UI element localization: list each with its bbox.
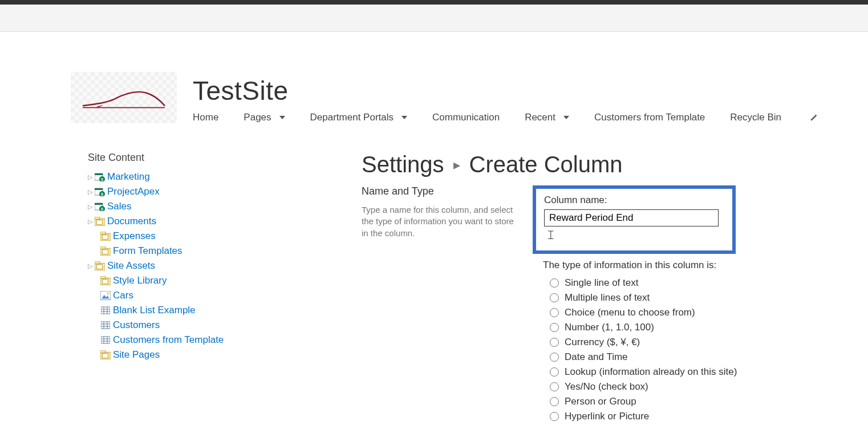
section-title: Name and Type — [362, 185, 521, 197]
piclib-icon — [100, 291, 111, 300]
page-title: Create Column — [469, 152, 623, 177]
tree-item-link[interactable]: Marketing — [107, 171, 150, 183]
column-type-radio[interactable] — [550, 353, 559, 362]
svg-rect-26 — [102, 280, 108, 284]
tree-item-link[interactable]: Documents — [107, 216, 156, 227]
svg-rect-22 — [95, 261, 100, 264]
svg-rect-19 — [100, 246, 106, 249]
column-type-option: Single line of text — [550, 276, 845, 290]
left-nav-heading: Site Content — [88, 152, 327, 164]
svg-rect-13 — [95, 217, 100, 220]
column-type-label-text[interactable]: Date and Time — [565, 351, 628, 363]
edit-nav-button[interactable] — [806, 114, 818, 122]
page-heading: Settings ▸ Create Column — [362, 152, 845, 177]
tree-item: Site Pages — [94, 347, 327, 362]
car-logo-icon — [78, 83, 169, 112]
tree-item: Customers from Template — [94, 333, 327, 347]
column-type-label-text[interactable]: Choice (menu to choose from) — [565, 307, 695, 318]
expand-caret-icon[interactable]: ▷ — [88, 218, 94, 225]
column-name-input[interactable] — [544, 209, 719, 226]
column-type-label-text[interactable]: Single line of text — [565, 277, 638, 289]
column-type-label-text[interactable]: Person or Group — [565, 396, 636, 407]
column-type-radio[interactable] — [550, 367, 559, 377]
column-type-radio[interactable] — [550, 323, 559, 332]
section-description: Type a name for this column, and select … — [362, 204, 521, 239]
tree-item: Style Library — [94, 273, 327, 288]
column-type-radio[interactable] — [550, 382, 559, 391]
svg-rect-5 — [95, 188, 103, 190]
tree-item-link[interactable]: Sales — [107, 201, 132, 212]
tree-item-link[interactable]: ProjectApex — [107, 186, 160, 197]
top-nav: Home Pages Department Portals Communicat… — [193, 112, 818, 123]
svg-rect-23 — [96, 265, 102, 269]
column-name-highlight: Column name: 𝙸 — [533, 185, 736, 254]
library-icon — [100, 232, 111, 241]
column-type-radio[interactable] — [550, 278, 559, 288]
chevron-down-icon — [401, 116, 407, 119]
tree-item-link[interactable]: Form Templates — [113, 245, 182, 257]
text-cursor-icon: 𝙸 — [546, 228, 555, 242]
chevron-down-icon — [279, 116, 285, 119]
column-type-label-text[interactable]: Yes/No (check box) — [565, 381, 648, 393]
column-type-radio[interactable] — [550, 397, 559, 406]
tree-item-link[interactable]: Expenses — [113, 230, 156, 242]
tree-item: ▷SMarketing — [88, 169, 327, 184]
tree-item-link[interactable]: Site Pages — [113, 349, 160, 361]
subsite-icon: S — [95, 172, 105, 181]
tree-item: ▷Site Assets — [88, 258, 327, 273]
tree-item: Blank List Example — [94, 303, 327, 318]
column-type-option: Person or Group — [550, 394, 845, 409]
tree-item: Cars — [94, 288, 327, 303]
column-type-radio[interactable] — [550, 293, 559, 302]
list-icon — [100, 335, 111, 345]
tree-item-link[interactable]: Style Library — [113, 275, 167, 286]
column-type-radio[interactable] — [550, 338, 559, 347]
nav-home[interactable]: Home — [193, 112, 218, 123]
tree-item-link[interactable]: Site Assets — [107, 260, 155, 272]
expand-caret-icon[interactable]: ▷ — [88, 203, 94, 211]
column-type-option: Date and Time — [550, 350, 845, 365]
svg-text:S: S — [101, 192, 104, 196]
site-logo[interactable] — [71, 72, 177, 123]
tree-item-link[interactable]: Customers from Template — [113, 334, 224, 346]
nav-recent[interactable]: Recent — [525, 112, 569, 123]
svg-rect-14 — [96, 220, 102, 225]
column-type-label-text[interactable]: Multiple lines of text — [565, 292, 650, 304]
expand-caret-icon[interactable]: ▷ — [88, 188, 94, 196]
column-type-radio[interactable] — [550, 308, 559, 317]
library-icon — [95, 217, 105, 226]
svg-point-29 — [107, 293, 109, 294]
column-type-label-text[interactable]: Currency ($, ¥, €) — [565, 337, 640, 348]
column-type-radio[interactable] — [550, 412, 559, 421]
svg-rect-9 — [95, 203, 103, 205]
tree-item: ▷SProjectApex — [88, 184, 327, 199]
column-type-option: Yes/No (check box) — [550, 379, 845, 394]
pencil-icon — [810, 114, 818, 122]
tree-item-link[interactable]: Blank List Example — [113, 305, 196, 316]
expand-caret-icon[interactable]: ▷ — [88, 262, 94, 270]
column-type-label-text[interactable]: Hyperlink or Picture — [565, 411, 649, 422]
nav-recycle-bin[interactable]: Recycle Bin — [730, 112, 781, 123]
tree-item-link[interactable]: Customers — [113, 319, 160, 331]
nav-label: Customers from Template — [594, 112, 705, 123]
breadcrumb-root[interactable]: Settings — [362, 152, 444, 177]
column-type-label: The type of information in this column i… — [543, 260, 845, 271]
nav-label: Home — [193, 112, 218, 123]
svg-rect-25 — [100, 276, 106, 279]
nav-pages[interactable]: Pages — [244, 112, 285, 123]
nav-communication[interactable]: Communication — [432, 112, 500, 123]
nav-customers-from-template[interactable]: Customers from Template — [594, 112, 705, 123]
nav-department-portals[interactable]: Department Portals — [310, 112, 407, 123]
svg-rect-35 — [101, 322, 110, 329]
expand-caret-icon[interactable]: ▷ — [88, 173, 94, 181]
column-type-option: Number (1, 1.0, 100) — [550, 320, 845, 335]
site-title[interactable]: TestSite — [193, 75, 818, 106]
tree-item: Expenses — [94, 229, 327, 244]
tree-item: Form Templates — [94, 244, 327, 258]
column-type-label-text[interactable]: Lookup (information already on this site… — [565, 366, 737, 378]
column-type-label-text[interactable]: Number (1, 1.0, 100) — [565, 322, 654, 333]
library-icon — [100, 246, 111, 256]
tree-item-link[interactable]: Cars — [113, 290, 133, 301]
svg-text:S: S — [101, 177, 104, 181]
site-header: TestSite Home Pages Department Portals C… — [0, 32, 868, 134]
